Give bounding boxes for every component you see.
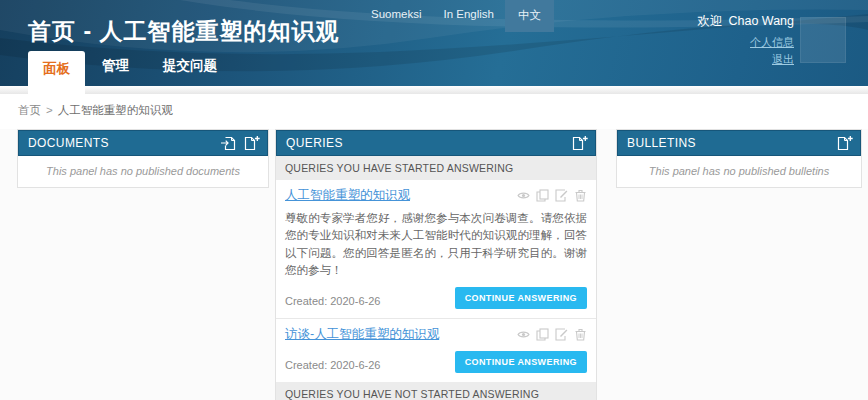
query-description: 尊敬的专家学者您好，感谢您参与本次问卷调查。请您依据您的专业知识和对未来人工智能… — [285, 210, 587, 279]
query-item: 人工智能重塑的知识观 尊敬的专家学者您好，感谢您参与本次问卷调查。请您依据您的专… — [276, 180, 596, 318]
continue-answering-button[interactable]: CONTINUE ANSWERING — [455, 351, 587, 373]
view-icon[interactable] — [517, 189, 530, 202]
main-content: DOCUMENTS This panel has no published do… — [0, 129, 868, 400]
documents-empty-message: This panel has no published documents — [18, 156, 268, 187]
documents-panel-header: DOCUMENTS — [18, 130, 268, 156]
language-english[interactable]: In English — [433, 0, 506, 26]
welcome-label: 欢迎 — [697, 14, 722, 28]
bulletins-panel: BULLETINS This panel has no published bu… — [616, 129, 862, 188]
welcome-line: 欢迎Chao Wang — [697, 13, 794, 30]
edit-icon[interactable] — [555, 328, 568, 341]
header-shadow — [0, 86, 868, 94]
queries-panel-title: QUERIES — [286, 136, 343, 150]
add-document-icon[interactable] — [244, 136, 260, 151]
bulletins-empty-message: This panel has no published bulletins — [617, 156, 861, 187]
breadcrumb-current: 人工智能重塑的知识观 — [58, 104, 173, 116]
query-created-date: Created: 2020-6-26 — [285, 295, 380, 309]
language-chinese[interactable]: 中文 — [505, 0, 554, 32]
query-link[interactable]: 人工智能重塑的知识观 — [285, 187, 410, 204]
add-document-icon[interactable] — [572, 136, 588, 151]
queries-section-not-started: QUERIES YOU HAVE NOT STARTED ANSWERING — [276, 382, 596, 400]
query-item: 访谈-人工智能重塑的知识观 Created: 2020-6-26 CONTINU… — [276, 318, 596, 382]
view-icon[interactable] — [517, 328, 530, 341]
copy-icon[interactable] — [536, 328, 549, 341]
tab-panel[interactable]: 面板 — [28, 51, 85, 94]
language-suomeksi[interactable]: Suomeksi — [360, 0, 433, 26]
user-block: 欢迎Chao Wang 个人信息 退出 — [697, 13, 794, 68]
delete-icon[interactable] — [574, 189, 587, 202]
avatar[interactable] — [800, 17, 846, 63]
queries-panel: QUERIES QUERIES YOU HAVE STARTED ANSWERI… — [275, 129, 597, 400]
tab-manage[interactable]: 管理 — [85, 48, 146, 86]
copy-icon[interactable] — [536, 189, 549, 202]
query-link[interactable]: 访谈-人工智能重塑的知识观 — [285, 326, 439, 343]
delete-icon[interactable] — [574, 328, 587, 341]
add-document-icon[interactable] — [837, 136, 853, 151]
queries-section-started: QUERIES YOU HAVE STARTED ANSWERING — [276, 156, 596, 180]
page-title: 首页 - 人工智能重塑的知识观 — [28, 16, 339, 47]
bulletins-panel-title: BULLETINS — [627, 136, 696, 150]
profile-link[interactable]: 个人信息 — [697, 34, 794, 51]
app-header: 首页 - 人工智能重塑的知识观 Suomeksi In English 中文 欢… — [0, 0, 868, 86]
language-switcher: Suomeksi In English 中文 — [360, 0, 554, 32]
breadcrumb-separator: > — [46, 104, 53, 116]
edit-icon[interactable] — [555, 189, 568, 202]
queries-panel-header: QUERIES — [276, 130, 596, 156]
logout-link[interactable]: 退出 — [697, 51, 794, 68]
breadcrumb: 首页>人工智能重塑的知识观 — [0, 94, 868, 129]
bulletins-panel-header: BULLETINS — [617, 130, 861, 156]
continue-answering-button[interactable]: CONTINUE ANSWERING — [455, 287, 587, 309]
user-name: Chao Wang — [728, 14, 794, 28]
documents-panel: DOCUMENTS This panel has no published do… — [17, 129, 269, 188]
tab-submit-question[interactable]: 提交问题 — [146, 48, 234, 86]
tab-bar: 面板 管理 提交问题 — [28, 48, 234, 86]
documents-panel-title: DOCUMENTS — [28, 136, 109, 150]
import-document-icon[interactable] — [221, 136, 237, 151]
breadcrumb-home-link[interactable]: 首页 — [18, 104, 41, 116]
query-created-date: Created: 2020-6-26 — [285, 359, 380, 373]
